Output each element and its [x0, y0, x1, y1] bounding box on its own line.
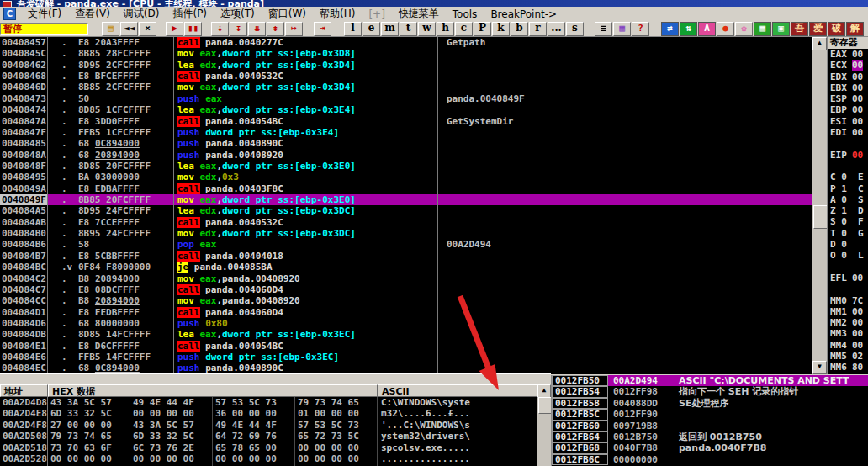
register-row[interactable]: MM07C [828, 295, 868, 306]
register-row[interactable]: EAX00 [828, 49, 868, 60]
dump-vscrollbar[interactable]: ▲ [537, 384, 551, 466]
brand-button-po[interactable]: 破 [828, 22, 845, 36]
updown-arrows-icon-button[interactable]: ⇅ [680, 22, 697, 36]
flag-row[interactable]: P 1 C [828, 183, 868, 194]
flag-row[interactable]: C 0 E [828, 172, 868, 183]
stack-row[interactable]: 0012FB680040F7B8panda.0040F7B8 [552, 442, 868, 453]
window-button-run-trace[interactable]: ... [548, 22, 565, 36]
animate-over-button[interactable]: ⇟ [267, 22, 284, 36]
disasm-row[interactable]: 0040847A.E8 3DD0FFFFcall panda.004054BCG… [0, 116, 812, 127]
window-button-call-stack[interactable]: k [492, 22, 510, 36]
dump-row[interactable]: 00A2D52800 00 00 0000 00 00 0000 00 00 0… [0, 453, 537, 464]
record-dot-icon-button[interactable]: ● [717, 22, 734, 36]
open-file-button[interactable]: ▤ [102, 22, 119, 36]
disasm-row[interactable]: 004084EC.68 0C894000push panda.0040890C [0, 363, 812, 373]
animate-into-button[interactable]: ⇊ [248, 22, 266, 36]
disasm-row[interactable]: 004084BC.v0F84 F8000000je panda.004085BA [0, 262, 812, 273]
disasm-row[interactable]: 004084CC.B8 20894000mov eax,panda.004089… [0, 295, 812, 306]
app-icon[interactable]: C [3, 8, 16, 20]
disasm-row[interactable]: 004084E6.FFB5 14FCFFFFpush dword ptr ss:… [0, 352, 812, 363]
register-row[interactable]: EBX00 [828, 82, 868, 93]
disasm-row[interactable]: 004084D1.E8 FEDBFFFFcall panda.004060D4 [0, 307, 812, 318]
stack-row[interactable]: 0012FB60009719B8 [552, 421, 868, 432]
floppy-icon-button[interactable]: ▦ [754, 22, 771, 36]
register-row[interactable]: EDX00 [828, 71, 868, 82]
patch-window-button[interactable]: ▦ [613, 22, 631, 36]
window-button-patches[interactable]: P [474, 22, 491, 36]
flag-row[interactable]: O 0 L [828, 250, 868, 261]
menu-item-options[interactable]: 选项(T) [214, 6, 262, 22]
run-to-return-button[interactable]: ↦ [285, 22, 303, 36]
menu-item-tools[interactable]: Tools [446, 8, 484, 21]
menu-item-file[interactable]: 文件(F) [21, 6, 68, 22]
window-button-cpu[interactable]: c [455, 22, 473, 36]
disasm-row[interactable]: 004084AB.E8 7CCEFFFFcall panda.0040532C [0, 217, 812, 228]
disasm-row[interactable]: 00408468.E8 BFCEFFFFcall panda.0040532C [0, 71, 812, 82]
stack-row[interactable]: 0012FB6C00000000 [552, 454, 868, 465]
disasm-row[interactable]: 0040847F.FFB5 1CFCFFFFpush dword ptr ss:… [0, 127, 812, 138]
dump-row[interactable]: 00A2D4E86D 33 32 5C00 00 00 0036 00 00 0… [0, 408, 537, 419]
window-button-references[interactable]: r [529, 22, 547, 36]
register-row[interactable]: MM780 [828, 373, 868, 374]
disasm-row[interactable]: 004084B7.E8 5CBBFFFFcall panda.00404018 [0, 251, 812, 262]
flag-row[interactable]: D 0 [828, 239, 868, 250]
swap-arrows-icon-button[interactable]: ⇄ [661, 22, 679, 36]
flower-icon-button[interactable]: ✿ [735, 22, 753, 36]
register-row[interactable] [828, 138, 868, 149]
run-to-user-code-button[interactable]: ⇥ [314, 22, 331, 36]
disasm-row[interactable]: 004084D6.68 80000000push 0x80 [0, 318, 812, 329]
menu-item-help[interactable]: 帮助(H) [313, 6, 362, 22]
flag-row[interactable]: S 0 F [828, 216, 868, 227]
flag-row[interactable]: A 0 S [828, 194, 868, 205]
disasm-row[interactable]: 004084C7.E8 08DCFFFFcall panda.004060D4 [0, 284, 812, 295]
menu-item-plugins[interactable]: 插件(P) [166, 6, 214, 22]
stack-row[interactable]: 0012FB5C0012FF90 [552, 409, 868, 420]
register-row[interactable]: MM100 [828, 306, 868, 317]
window-button-executables[interactable]: e [363, 22, 380, 36]
disasm-row[interactable]: 00408473.50push eaxpanda.0040849F [0, 93, 812, 104]
menu-item-debug[interactable]: 调试(D) [117, 6, 167, 22]
close-button[interactable]: × [139, 22, 156, 36]
stack-row[interactable]: 0012FB58004088DDSE处理程序 [552, 398, 868, 409]
window-button-log[interactable]: l [344, 22, 362, 36]
window-button-threads[interactable]: t [400, 22, 417, 36]
brand-button-jie[interactable]: 解 [846, 22, 864, 36]
dump-row[interactable]: 00A2D50879 73 74 656D 33 32 5C64 72 69 7… [0, 431, 537, 442]
stack-row[interactable]: 0012FB640012B750返回到 0012B750 [552, 432, 868, 442]
register-row[interactable]: MM200 [828, 317, 868, 328]
register-row[interactable]: ESI00 [828, 116, 868, 127]
brand-button-wu[interactable]: 吾 [791, 22, 808, 36]
register-row[interactable]: EBP00 [828, 104, 868, 115]
register-row[interactable]: EIP00 [828, 150, 868, 161]
register-row[interactable] [828, 283, 868, 294]
register-row[interactable]: MM300 [828, 328, 868, 339]
monitor-icon-button[interactable]: ▣ [772, 22, 790, 36]
menu-item-breakpoint[interactable]: BreakPoint-> [484, 8, 564, 21]
disasm-row[interactable]: 00408495.BA 03000000mov edx,0x3 [0, 172, 812, 183]
step-into-button[interactable]: ⇣ [211, 22, 229, 36]
pause-button[interactable]: ▮▮ [184, 22, 202, 36]
register-row[interactable] [828, 262, 868, 273]
disasm-row[interactable]: 0040849A.E8 EDBAFFFFcall panda.00403F8C [0, 183, 812, 194]
window-button-handles[interactable]: h [437, 22, 454, 36]
help-button[interactable]: ? [632, 22, 649, 36]
register-row[interactable]: EFL00 [828, 273, 868, 283]
disasm-row[interactable]: 004084DB.8D85 14FCFFFFlea eax,dword ptr … [0, 329, 812, 340]
menu-item-shortcut-menu[interactable]: 快捷菜单 [392, 6, 446, 22]
register-row[interactable]: EDI00 [828, 127, 868, 138]
run-button[interactable]: ▶ [166, 22, 183, 36]
disasm-row[interactable]: 0040848A.68 20894000push panda.00408920 [0, 150, 812, 161]
register-row[interactable]: ESP00 [828, 93, 868, 104]
restart-button[interactable]: ◄◄ [120, 22, 138, 36]
disasm-row[interactable]: 00408474.8D85 1CFCFFFFlea eax,dword ptr … [0, 104, 812, 115]
disasm-row[interactable]: 004084A5.8D95 24FCFFFFlea edx,dword ptr … [0, 205, 812, 216]
disasm-row[interactable]: 00408457.E8 20A3FFFFcall panda.0040277CG… [0, 37, 812, 48]
flag-row[interactable]: T 0 G [828, 228, 868, 239]
disasm-row[interactable]: 0040848F.8D85 20FCFFFFlea eax,dword ptr … [0, 161, 812, 172]
scroll-up-icon[interactable]: ▲ [812, 37, 827, 50]
scroll-thumb[interactable] [813, 205, 828, 229]
disasm-row[interactable]: 00408462.8D95 2CFCFFFFlea edx,dword ptr … [0, 60, 812, 71]
menu-item-view[interactable]: 查看(V) [68, 6, 117, 22]
disasm-row[interactable]: 004084B6.58pop eax00A2D494 [0, 239, 812, 250]
register-row[interactable]: MM502 [828, 351, 868, 362]
